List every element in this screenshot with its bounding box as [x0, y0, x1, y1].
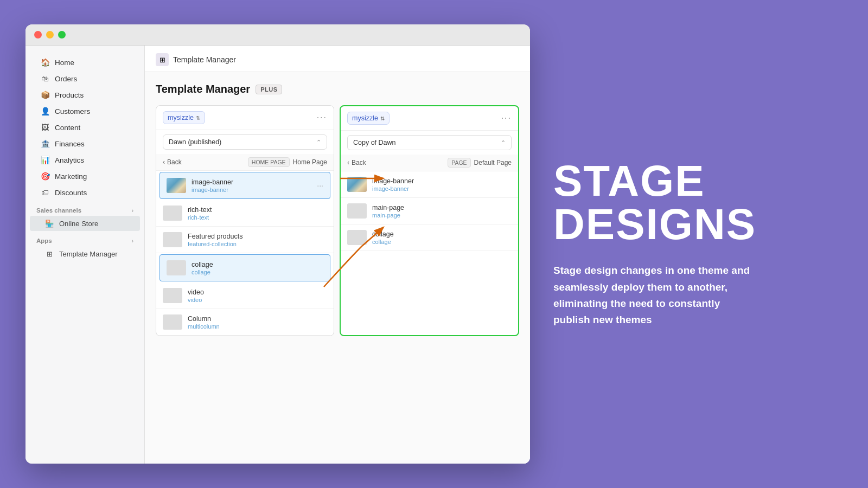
- content-icon: 🖼: [41, 123, 49, 132]
- sales-channels-section: Sales channels ›: [25, 201, 144, 216]
- right-thumb-collage: [347, 230, 367, 245]
- app-body: 🏠 Home 🛍 Orders 📦 Products 👤 Customers 🖼…: [25, 46, 530, 464]
- template-icon: ⊞: [45, 249, 54, 258]
- left-section-column[interactable]: Column multicolumn: [156, 309, 334, 336]
- left-section-featured-products[interactable]: Featured products featured-collection: [156, 227, 334, 253]
- panels-wrapper: mysizzle ⇅ ··· Dawn (published) ⌃: [156, 105, 519, 336]
- discounts-icon: 🏷: [41, 188, 49, 197]
- left-section-image-banner[interactable]: image-banner image-banner ···: [159, 172, 330, 199]
- sales-channels-arrow: ›: [132, 208, 133, 214]
- sidebar-item-template-manager[interactable]: ⊞ Template Manager: [30, 246, 140, 261]
- left-thumb-featured-products: [163, 232, 182, 247]
- left-thumb-image-banner: [167, 178, 186, 193]
- maximize-button[interactable]: [58, 31, 66, 38]
- right-dots-menu[interactable]: ···: [501, 113, 512, 123]
- left-theme-select[interactable]: Dawn (published) ⌃: [163, 134, 327, 150]
- sidebar-item-finances[interactable]: 🏦 Finances: [30, 136, 140, 152]
- sidebar-item-discounts[interactable]: 🏷 Discounts: [30, 184, 140, 201]
- panels-row: mysizzle ⇅ ··· Dawn (published) ⌃: [156, 105, 519, 336]
- left-info-featured-products: Featured products featured-collection: [188, 233, 327, 247]
- promo-title: STAGEDESIGNS: [553, 159, 835, 246]
- left-section-video[interactable]: video video: [156, 282, 334, 309]
- left-info-image-banner: image-banner image-banner: [192, 178, 311, 193]
- content-title: Template Manager: [156, 83, 250, 95]
- left-store-arrow: ⇅: [196, 115, 200, 121]
- right-panel-top: mysizzle ⇅ ···: [341, 106, 518, 131]
- left-thumb-column: [163, 314, 182, 330]
- sidebar-item-online-store[interactable]: 🏪 Online Store: [30, 216, 140, 231]
- main-content: ⊞ Template Manager Template Manager PLUS: [145, 46, 530, 464]
- page-header: ⊞ Template Manager: [145, 46, 530, 72]
- left-store-select[interactable]: mysizzle ⇅: [163, 111, 205, 124]
- left-thumb-collage: [167, 260, 186, 275]
- left-thumb-video: [163, 288, 182, 303]
- sidebar-label-discounts: Discounts: [55, 189, 87, 197]
- page-header-title: Template Manager: [173, 55, 236, 64]
- right-page-label: Default Page: [474, 159, 512, 166]
- right-panel: mysizzle ⇅ ··· Copy of Dawn ⌃: [340, 105, 519, 336]
- sidebar-item-orders[interactable]: 🛍 Orders: [30, 70, 140, 87]
- minimize-button[interactable]: [46, 31, 54, 38]
- close-button[interactable]: [34, 31, 42, 38]
- sidebar-label-content: Content: [55, 124, 80, 132]
- left-panel-top: mysizzle ⇅ ···: [156, 106, 334, 130]
- sidebar: 🏠 Home 🛍 Orders 📦 Products 👤 Customers 🖼…: [25, 46, 145, 464]
- sidebar-label-finances: Finances: [55, 140, 85, 148]
- left-section-collage[interactable]: collage collage: [159, 254, 330, 281]
- left-more-image-banner[interactable]: ···: [317, 181, 323, 190]
- apps-arrow: ›: [132, 238, 133, 244]
- right-thumb-main-page: [347, 203, 367, 219]
- orders-icon: 🛍: [41, 74, 49, 83]
- products-icon: 📦: [41, 91, 49, 99]
- right-store-arrow: ⇅: [380, 115, 385, 121]
- sidebar-item-analytics[interactable]: 📊 Analytics: [30, 152, 140, 168]
- sidebar-item-products[interactable]: 📦 Products: [30, 87, 140, 103]
- left-info-collage: collage collage: [192, 261, 323, 275]
- left-info-rich-text: rich-text rich-text: [188, 206, 327, 221]
- customers-icon: 👤: [41, 107, 49, 115]
- browser-window: 🏠 Home 🛍 Orders 📦 Products 👤 Customers 🖼…: [25, 24, 530, 464]
- right-back-button[interactable]: ‹ Back: [347, 159, 366, 166]
- left-section-rich-text[interactable]: rich-text rich-text: [156, 200, 334, 227]
- right-back-arrow: ‹: [347, 159, 349, 166]
- right-info-main-page: main-page main-page: [372, 204, 512, 219]
- right-info-image-banner: image-banner image-banner: [372, 177, 512, 192]
- sidebar-item-content[interactable]: 🖼 Content: [30, 119, 140, 136]
- content-title-row: Template Manager PLUS: [156, 83, 519, 95]
- content-area: Template Manager PLUS mysizzle ⇅: [145, 72, 530, 464]
- sidebar-item-home[interactable]: 🏠 Home: [30, 54, 140, 70]
- right-theme-arrow: ⌃: [501, 139, 506, 146]
- sidebar-label-orders: Orders: [55, 75, 77, 83]
- right-thumb-image-banner: [347, 177, 367, 192]
- right-section-image-banner[interactable]: image-banner image-banner: [341, 171, 518, 198]
- right-nav-bar: ‹ Back PAGE Default Page: [341, 155, 518, 171]
- promo-description: Stage design changes in one theme and se…: [553, 262, 760, 329]
- sidebar-label-products: Products: [55, 91, 84, 99]
- left-back-button[interactable]: ‹ Back: [163, 158, 182, 166]
- page-header-icon: ⊞: [156, 53, 169, 66]
- sidebar-label-analytics: Analytics: [55, 156, 84, 164]
- marketing-icon: 🎯: [41, 172, 49, 181]
- right-theme-select[interactable]: Copy of Dawn ⌃: [347, 135, 512, 150]
- left-page-label: Home Page: [293, 158, 327, 166]
- analytics-icon: 📊: [41, 156, 49, 164]
- left-info-video: video video: [188, 288, 327, 303]
- left-panel: mysizzle ⇅ ··· Dawn (published) ⌃: [156, 105, 334, 336]
- title-bar: [25, 24, 530, 46]
- finances-icon: 🏦: [41, 139, 49, 148]
- right-page-badge: PAGE: [448, 158, 470, 168]
- sidebar-label-home: Home: [55, 59, 74, 67]
- right-section-collage[interactable]: collage collage: [341, 224, 518, 251]
- home-icon: 🏠: [41, 58, 49, 67]
- right-info-collage: collage collage: [372, 230, 512, 245]
- right-store-select[interactable]: mysizzle ⇅: [347, 112, 390, 125]
- sidebar-label-marketing: Marketing: [55, 172, 87, 181]
- left-theme-arrow: ⌃: [316, 139, 321, 146]
- sidebar-item-customers[interactable]: 👤 Customers: [30, 103, 140, 119]
- sidebar-item-marketing[interactable]: 🎯 Marketing: [30, 168, 140, 184]
- sidebar-label-customers: Customers: [55, 107, 90, 115]
- left-dots-menu[interactable]: ···: [317, 113, 327, 123]
- promo-panel: STAGEDESIGNS Stage design changes in one…: [521, 0, 868, 488]
- left-nav-bar: ‹ Back HOME PAGE Home Page: [156, 154, 334, 171]
- right-section-main-page[interactable]: main-page main-page: [341, 198, 518, 224]
